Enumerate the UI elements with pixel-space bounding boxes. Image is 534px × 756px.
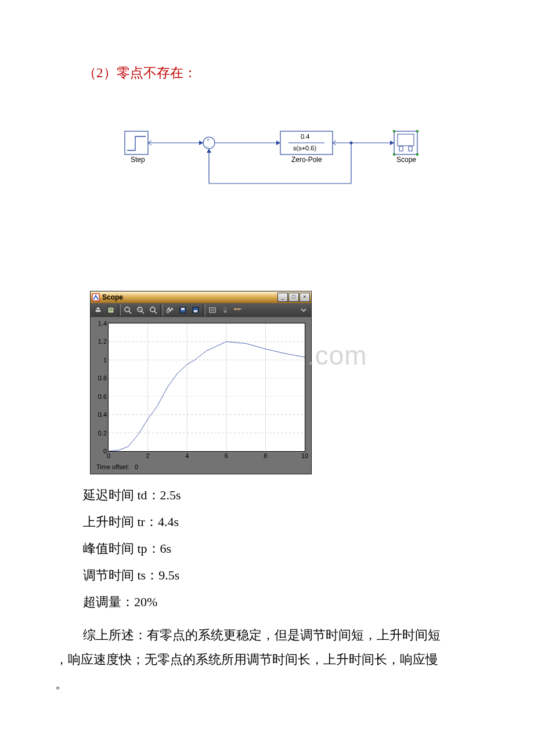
minimize-button[interactable]: _ <box>277 293 288 302</box>
maximize-button[interactable]: □ <box>288 293 299 302</box>
metric-ts: 调节时间 ts：9.5s <box>83 563 479 588</box>
svg-marker-8 <box>207 149 211 153</box>
scope-toolbar <box>91 303 311 317</box>
svg-line-38 <box>154 311 157 314</box>
zoom-in-icon[interactable] <box>121 304 134 316</box>
svg-point-32 <box>125 307 129 312</box>
ytick: 0.8 <box>98 375 107 381</box>
xtick: 0 <box>107 452 110 459</box>
zeropole-num: 0.4 <box>301 133 309 140</box>
svg-rect-19 <box>398 134 414 146</box>
ytick: 1.4 <box>98 320 107 327</box>
svg-point-39 <box>167 311 169 313</box>
svg-rect-20 <box>399 146 403 151</box>
time-offset-label: Time offset: <box>96 463 129 470</box>
xtick: 6 <box>225 452 228 459</box>
svg-line-35 <box>142 311 144 314</box>
svg-point-37 <box>150 307 155 312</box>
scope-axes: 0 0.2 0.4 0.6 0.8 1 1.2 1.4 0 2 4 6 8 10 <box>108 323 305 452</box>
params-icon[interactable] <box>104 304 117 316</box>
metric-os: 超调量：20% <box>83 589 479 615</box>
svg-rect-21 <box>409 146 412 151</box>
ytick: 0.2 <box>98 430 107 437</box>
scope-block-label: Scope <box>396 156 416 164</box>
ytick: 1.2 <box>98 338 107 345</box>
metric-tr: 上升时间 tr：4.4s <box>83 509 479 535</box>
zoom-x-icon[interactable] <box>134 304 147 316</box>
summary-paragraph: 综上所述：有零点的系统更稳定，但是调节时间短，上升时间短 ，响应速度快；无零点的… <box>55 623 479 696</box>
svg-rect-28 <box>96 307 100 309</box>
lock-icon[interactable] <box>219 304 232 316</box>
step-label: Step <box>131 156 145 164</box>
metric-td: 延迟时间 td：2.5s <box>83 483 479 508</box>
app-icon <box>92 293 100 301</box>
svg-line-33 <box>129 311 131 314</box>
svg-marker-14 <box>390 141 394 145</box>
zoom-y-icon[interactable] <box>147 304 160 316</box>
summary-line3: 。 <box>55 676 68 691</box>
svg-rect-29 <box>108 307 114 313</box>
save-axes-icon[interactable] <box>176 304 189 316</box>
svg-text:+: + <box>207 137 210 143</box>
close-button[interactable]: × <box>300 293 310 302</box>
svg-rect-46 <box>223 310 227 313</box>
signal-select-icon[interactable] <box>232 304 244 316</box>
svg-rect-25 <box>416 153 418 156</box>
ytick: 0.4 <box>98 411 107 418</box>
scope-title: Scope <box>102 293 277 301</box>
svg-rect-45 <box>211 309 214 311</box>
scope-plot-area: 0 0.2 0.4 0.6 0.8 1 1.2 1.4 0 2 4 6 8 10 <box>91 317 311 474</box>
simulink-diagram: + - <box>119 123 479 198</box>
svg-marker-2 <box>199 141 203 145</box>
restore-axes-icon[interactable] <box>189 304 202 316</box>
metrics-block: 延迟时间 td：2.5s 上升时间 tr：4.4s 峰值时间 tp：6s 调节时… <box>83 483 479 615</box>
svg-rect-41 <box>181 308 185 310</box>
metric-tp: 峰值时间 tp：6s <box>83 536 479 561</box>
summary-line2: ，响应速度快；无零点的系统所用调节时间长，上升时间长，响应慢 <box>55 652 438 667</box>
svg-rect-24 <box>393 153 395 156</box>
xtick: 4 <box>185 452 189 459</box>
summary-line1: 综上所述：有零点的系统更稳定，但是调节时间短，上升时间短 <box>55 623 479 647</box>
svg-rect-48 <box>237 308 240 310</box>
xtick: 8 <box>264 452 267 459</box>
section-heading: （2）零点不存在： <box>83 64 479 82</box>
svg-line-36 <box>138 308 142 311</box>
ytick: 0.6 <box>98 393 107 400</box>
xtick: 2 <box>146 452 150 459</box>
print-icon[interactable] <box>92 304 104 316</box>
svg-marker-10 <box>276 141 280 145</box>
svg-text:-: - <box>207 143 208 149</box>
svg-rect-23 <box>416 130 418 132</box>
svg-rect-43 <box>194 310 197 312</box>
float-icon[interactable] <box>206 304 219 316</box>
time-offset: Time offset: 0 <box>93 461 309 473</box>
scope-window: Scope _ □ × <box>90 291 312 474</box>
svg-rect-47 <box>234 308 236 310</box>
simulink-svg: + - <box>119 123 444 198</box>
scope-titlebar: Scope _ □ × <box>91 291 311 303</box>
xtick: 10 <box>301 452 308 459</box>
ytick: 1 <box>103 357 107 363</box>
time-offset-value: 0 <box>135 463 138 470</box>
autoscale-icon[interactable] <box>164 304 176 316</box>
zeropole-label: Zero-Pole <box>291 156 322 164</box>
menu-chevron-icon[interactable] <box>297 304 310 316</box>
svg-rect-0 <box>125 131 148 154</box>
zeropole-den: s(s+0.6) <box>293 145 316 152</box>
svg-rect-22 <box>393 130 395 132</box>
